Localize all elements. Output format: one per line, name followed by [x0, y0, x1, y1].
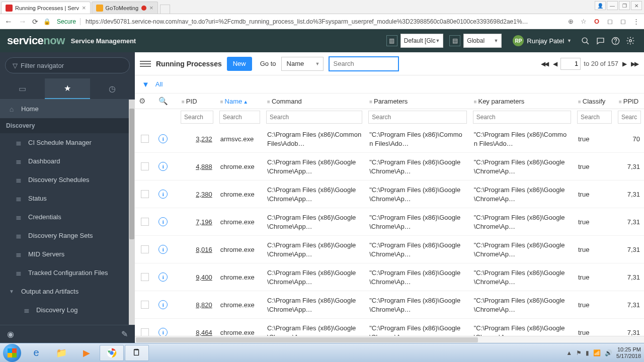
row-checkbox[interactable] [141, 301, 149, 309]
tray-flag-icon[interactable]: ⚑ [576, 349, 582, 356]
close-icon[interactable]: × [149, 4, 153, 12]
pid-link[interactable]: 3,232 [182, 135, 212, 143]
col-search-params[interactable] [368, 111, 466, 124]
domain-picker[interactable]: Global ▼ [463, 34, 502, 48]
tray-volume-icon[interactable]: 🔊 [605, 349, 612, 356]
filter-navigator-input[interactable]: ▽ Filter navigator [5, 57, 130, 73]
taskbar-chrome[interactable] [100, 345, 124, 361]
url-text[interactable]: https://dev50781.service-now.com/nav_to.… [86, 18, 561, 25]
horizontal-scrollbar[interactable] [135, 336, 644, 343]
opera-icon[interactable]: O [593, 18, 601, 26]
col-pid[interactable]: ≡PID [178, 94, 216, 109]
star-icon[interactable]: ☆ [580, 18, 588, 26]
info-icon[interactable]: i [158, 134, 168, 143]
nav-home[interactable]: ⌂ Home [0, 100, 135, 118]
filter-icon[interactable]: ▼ [142, 80, 149, 88]
nav-section-discovery[interactable]: Discovery [0, 118, 135, 133]
row-checkbox[interactable] [141, 190, 149, 198]
maximize-icon[interactable]: ❐ [619, 1, 630, 10]
system-tray[interactable]: ▲ ⚑ ▮ 📶 🔊 10:25 PM 5/17/2018 [566, 346, 641, 358]
col-search-name[interactable] [219, 111, 260, 124]
tray-battery-icon[interactable]: ▮ [586, 349, 589, 356]
col-search-pid[interactable] [181, 111, 213, 124]
info-icon[interactable]: i [158, 162, 168, 171]
scrollbar[interactable] [129, 100, 135, 325]
first-page-icon[interactable]: ◀◀ [540, 60, 549, 67]
nav-discovery-log[interactable]: ≣ Discovery Log [0, 301, 135, 319]
page-input[interactable] [560, 58, 581, 70]
update-set-icon[interactable]: ▥ [386, 35, 397, 46]
table-row[interactable]: i 8,016 chrome.exe C:\Program Files (x86… [135, 236, 644, 263]
table-row[interactable]: i 9,400 chrome.exe C:\Program Files (x86… [135, 263, 644, 291]
sidebar-item[interactable]: ≣Status [0, 189, 135, 208]
scrollbar-thumb[interactable] [136, 337, 478, 342]
info-icon[interactable]: i [158, 190, 168, 199]
pid-link[interactable]: 4,888 [182, 163, 212, 170]
nav-tab-history[interactable]: ◷ [90, 78, 135, 99]
edit-icon[interactable]: ✎ [121, 329, 128, 339]
collapse-icon[interactable]: ◉ [7, 329, 14, 339]
list-menu-icon[interactable] [140, 61, 151, 67]
browser-tab-active[interactable]: Running Processes | Serv × [1, 2, 91, 14]
close-icon[interactable]: × [82, 4, 86, 12]
pid-link[interactable]: 8,820 [182, 301, 212, 309]
col-command[interactable]: ≡Command [263, 94, 365, 109]
pid-link[interactable]: 7,196 [182, 218, 212, 226]
info-icon[interactable]: i [158, 300, 168, 309]
domain-icon[interactable]: ▤ [449, 35, 460, 46]
tray-clock[interactable]: 10:25 PM 5/17/2018 [616, 346, 641, 358]
col-parameters[interactable]: ≡Parameters [365, 94, 469, 109]
row-checkbox[interactable] [141, 218, 149, 226]
row-checkbox[interactable] [141, 135, 149, 143]
back-icon[interactable]: ← [4, 17, 13, 26]
menu-icon[interactable]: ⋮ [632, 18, 640, 26]
row-checkbox[interactable] [141, 273, 149, 281]
tray-up-icon[interactable]: ▲ [566, 349, 572, 356]
col-kparams[interactable]: ≡Key parameters [470, 94, 574, 109]
logo[interactable]: servicenow [7, 34, 65, 47]
col-classify[interactable]: ≡Classify [574, 94, 615, 109]
info-icon[interactable]: i [158, 273, 168, 282]
col-search-ppid[interactable] [618, 111, 641, 124]
sidebar-item[interactable]: ≣Credentials [0, 208, 135, 226]
tray-network-icon[interactable]: 📶 [593, 349, 601, 356]
last-page-icon[interactable]: ▶▶ [630, 60, 639, 67]
sidebar-item[interactable]: ≣Tracked Configuration Files [0, 263, 135, 282]
sidebar-item[interactable]: ≣Discovery Range Sets [0, 226, 135, 245]
nav-output-artifacts[interactable]: ▼ Output and Artifacts [0, 282, 135, 301]
pid-link[interactable]: 8,464 [182, 329, 212, 336]
table-row[interactable]: i 8,820 chrome.exe C:\Program Files (x86… [135, 291, 644, 319]
col-ppid[interactable]: ≡PPID [615, 94, 644, 109]
col-search-classify[interactable] [577, 111, 612, 124]
scrollbar-thumb[interactable] [129, 109, 134, 239]
personalize-column[interactable]: ⚙ [135, 94, 154, 109]
translate-icon[interactable]: ⊕ [567, 18, 575, 26]
row-checkbox[interactable] [141, 328, 149, 336]
col-name[interactable]: ≡Name▲ [216, 94, 263, 109]
table-row[interactable]: i 2,380 chrome.exe C:\Program Files (x86… [135, 180, 644, 208]
user-icon[interactable]: 👤 [595, 1, 606, 10]
search-icon[interactable] [579, 34, 592, 47]
filter-all[interactable]: All [155, 80, 163, 88]
info-icon[interactable]: i [158, 217, 168, 226]
minimize-icon[interactable]: — [607, 1, 618, 10]
new-button[interactable]: New [227, 57, 252, 71]
info-icon[interactable]: i [158, 328, 168, 336]
help-icon[interactable] [609, 34, 622, 47]
close-window-icon[interactable]: ✕ [631, 1, 642, 10]
col-search-kparams[interactable] [473, 111, 571, 124]
nav-tab-all[interactable]: ▭ [0, 78, 45, 99]
col-search-command[interactable] [266, 111, 362, 124]
next-page-icon[interactable]: ▶ [621, 60, 627, 67]
goto-field-select[interactable]: Name ▼ [281, 57, 324, 71]
table-row[interactable]: i 3,232 armsvc.exe C:\Program Files (x86… [135, 125, 644, 153]
table-row[interactable]: i 7,196 chrome.exe C:\Program Files (x86… [135, 208, 644, 236]
reload-icon[interactable]: ⟳ [32, 18, 38, 26]
sidebar-item[interactable]: ≣MID Servers [0, 245, 135, 263]
row-checkbox[interactable] [141, 162, 149, 170]
update-set-picker[interactable]: Default [Glc ▼ [400, 34, 444, 48]
pid-link[interactable]: 9,400 [182, 274, 212, 281]
table-row[interactable]: i 4,888 chrome.exe C:\Program Files (x86… [135, 153, 644, 180]
extension-icon[interactable]: ◻ [619, 18, 627, 26]
start-button[interactable] [3, 344, 21, 362]
